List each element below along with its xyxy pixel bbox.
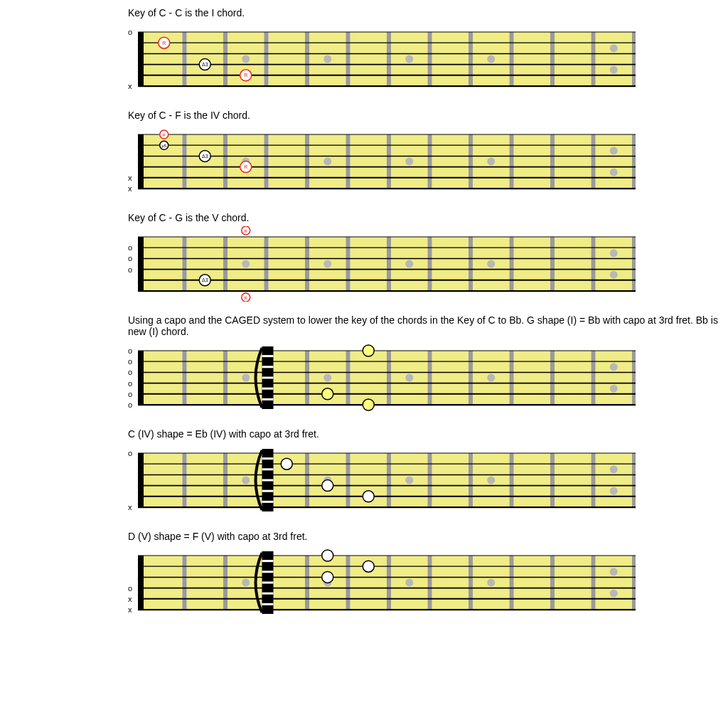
- note-dot: [363, 491, 374, 502]
- muted-string-marker: x: [128, 595, 132, 603]
- nut-markers: oxx: [128, 545, 138, 620]
- chord-diagram: Key of C - C is the I chord.oxRΔ3R: [128, 7, 728, 97]
- svg-point-29: [610, 44, 618, 52]
- svg-rect-227: [469, 556, 473, 610]
- svg-rect-59: [428, 134, 432, 189]
- svg-rect-21: [510, 32, 514, 86]
- svg-rect-230: [592, 556, 596, 610]
- svg-rect-219: [138, 556, 144, 610]
- open-string-marker: o: [128, 255, 132, 262]
- svg-point-111: [610, 271, 618, 279]
- muted-string-marker: x: [128, 83, 132, 90]
- svg-rect-124: [269, 351, 306, 405]
- svg-rect-47: [432, 134, 469, 189]
- open-string-marker: o: [128, 401, 132, 409]
- svg-rect-122: [187, 351, 224, 405]
- svg-text:R: R: [245, 296, 248, 300]
- svg-point-68: [487, 158, 495, 166]
- nut-markers: oooooo: [128, 340, 138, 415]
- svg-text:Δ3: Δ3: [202, 154, 208, 159]
- svg-rect-139: [387, 351, 391, 405]
- svg-rect-104: [592, 237, 596, 291]
- svg-rect-45: [350, 134, 387, 189]
- svg-text:Δ3: Δ3: [202, 277, 208, 282]
- svg-rect-221: [223, 556, 228, 610]
- svg-rect-217: [555, 556, 592, 610]
- svg-rect-174: [555, 453, 592, 507]
- svg-rect-94: [183, 237, 187, 291]
- svg-rect-103: [550, 237, 555, 291]
- svg-point-107: [323, 260, 331, 268]
- open-string-marker: o: [128, 379, 132, 387]
- svg-rect-225: [387, 556, 391, 610]
- svg-rect-3: [269, 32, 306, 86]
- note-dot: [322, 480, 333, 492]
- svg-rect-60: [469, 134, 473, 189]
- diagram-caption: D (V) shape = F (V) with capo at 3rd fre…: [128, 531, 728, 542]
- diagram-caption: C (IV) shape = Eb (IV) with capo at 3rd …: [128, 428, 728, 440]
- svg-rect-175: [596, 453, 633, 507]
- svg-rect-7: [432, 32, 469, 86]
- svg-text:p5: p5: [161, 144, 166, 148]
- svg-rect-62: [550, 134, 555, 189]
- svg-point-237: [610, 590, 618, 598]
- svg-point-191: [405, 477, 413, 484]
- diagram-caption: Key of C - C is the I chord.: [128, 7, 728, 18]
- svg-rect-19: [428, 32, 432, 86]
- fretboard: [138, 545, 636, 620]
- svg-point-67: [405, 158, 413, 166]
- svg-rect-102: [510, 237, 514, 291]
- svg-rect-24: [632, 32, 636, 86]
- svg-rect-226: [428, 556, 432, 610]
- svg-rect-88: [432, 237, 469, 291]
- fretboard: RΔ3R: [138, 226, 636, 302]
- svg-rect-185: [510, 453, 514, 507]
- svg-rect-160: [262, 366, 274, 368]
- svg-rect-90: [514, 237, 551, 291]
- svg-text:R: R: [244, 73, 247, 78]
- svg-rect-52: [138, 134, 144, 189]
- svg-rect-10: [555, 32, 592, 86]
- svg-rect-51: [596, 134, 633, 189]
- svg-rect-135: [223, 351, 228, 405]
- svg-rect-93: [138, 237, 144, 291]
- svg-rect-53: [183, 134, 187, 189]
- svg-rect-161: [262, 377, 274, 379]
- svg-text:R: R: [163, 133, 166, 137]
- svg-text:Δ3: Δ3: [202, 62, 208, 67]
- open-string-marker: o: [128, 368, 132, 376]
- svg-rect-210: [269, 556, 306, 610]
- fretboard: [138, 340, 636, 415]
- svg-rect-132: [596, 351, 633, 405]
- svg-rect-183: [428, 453, 432, 507]
- svg-rect-248: [262, 593, 274, 595]
- svg-rect-13: [183, 32, 187, 86]
- note-dot: [281, 458, 292, 469]
- diagram-caption: Using a capo and the CAGED system to low…: [128, 314, 728, 337]
- note-dot: [322, 388, 333, 400]
- open-string-marker: o: [128, 265, 132, 273]
- svg-text:R: R: [245, 229, 248, 233]
- svg-rect-141: [469, 351, 473, 405]
- fretboard: RΔ3R: [138, 21, 636, 97]
- svg-point-108: [405, 260, 413, 268]
- svg-rect-15: [264, 32, 269, 86]
- svg-rect-105: [632, 237, 636, 291]
- svg-rect-58: [387, 134, 391, 189]
- svg-rect-61: [510, 134, 514, 189]
- svg-rect-98: [346, 237, 350, 291]
- svg-rect-96: [264, 237, 269, 291]
- svg-rect-171: [432, 453, 469, 507]
- svg-point-146: [242, 374, 250, 382]
- svg-rect-128: [432, 351, 469, 405]
- svg-point-25: [242, 55, 250, 63]
- note-dot: [363, 345, 374, 356]
- open-string-marker: o: [128, 244, 132, 252]
- svg-point-26: [323, 55, 331, 63]
- svg-rect-216: [514, 556, 551, 610]
- svg-point-189: [242, 477, 250, 484]
- svg-rect-220: [183, 556, 187, 610]
- svg-rect-11: [596, 32, 633, 86]
- svg-point-70: [610, 169, 618, 176]
- svg-rect-249: [262, 603, 274, 605]
